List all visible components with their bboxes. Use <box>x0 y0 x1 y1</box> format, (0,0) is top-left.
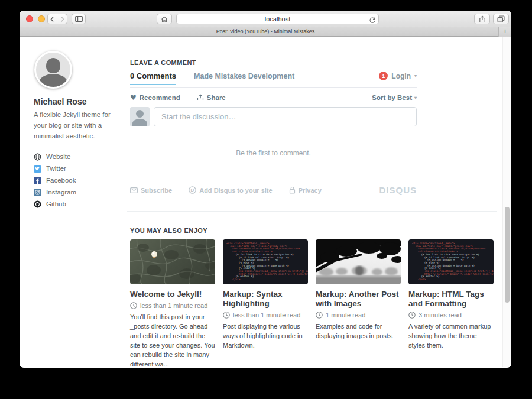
refresh-button[interactable] <box>369 15 376 26</box>
post-meta: less than 1 minute read <box>223 312 308 319</box>
share-comments-button[interactable]: Share <box>197 94 226 101</box>
post-thumbnail-code: <div class="masthead__menu"> <nav id="si… <box>223 239 308 284</box>
author-links: Website Twitter Facebook <box>34 151 119 210</box>
scrollbar-track[interactable] <box>502 37 511 367</box>
post-excerpt: Post displaying the various ways of high… <box>223 322 308 351</box>
post-title[interactable]: Welcome to Jekyll! <box>130 290 215 299</box>
chevron-left-icon <box>50 16 55 22</box>
tab-overview-button[interactable] <box>493 14 509 24</box>
tab-community[interactable]: Made Mistakes Development <box>194 72 294 84</box>
url-text: localhost <box>177 15 378 22</box>
scrollbar-thumb[interactable] <box>505 207 510 303</box>
disqus-divider <box>130 177 417 177</box>
sidebar-item-website[interactable]: Website <box>34 151 119 163</box>
share-arrow-icon <box>197 94 204 101</box>
post-meta: 3 minutes read <box>408 312 494 319</box>
sidebar-item-twitter[interactable]: Twitter <box>34 163 119 174</box>
related-card-markup-html-tags-and-formatting[interactable]: <div class="masthead__menu"> <nav id="si… <box>408 239 494 368</box>
forward-button[interactable] <box>57 14 67 24</box>
login-label: Login <box>391 72 411 80</box>
share-label: Share <box>207 94 226 101</box>
add-disqus-link[interactable]: D Add Disqus to your site <box>189 186 272 194</box>
author-name: Michael Rose <box>34 97 119 106</box>
browser-toolbar: localhost <box>20 11 511 27</box>
read-time: less than 1 minute read <box>233 312 300 319</box>
post-title[interactable]: Markup: Another Post with Images <box>316 290 401 309</box>
post-thumbnail-foggy-tree <box>316 239 401 284</box>
recommend-label: Recommend <box>140 94 180 101</box>
sidebar-link-label: Github <box>46 200 66 207</box>
twitter-icon <box>34 165 41 173</box>
sidebar-item-github[interactable]: Github <box>34 198 119 210</box>
sidebar-link-label: Instagram <box>46 189 76 196</box>
related-card-markup-another-post-with-images[interactable]: Markup: Another Post with Images 1 minut… <box>316 239 401 368</box>
empty-comments-message: Be the first to comment. <box>130 149 417 157</box>
related-section-divider <box>127 211 497 212</box>
address-bar[interactable]: localhost <box>176 14 379 24</box>
post-excerpt: Examples and code for displaying images … <box>316 322 401 341</box>
post-thumbnail-green-texture <box>130 239 215 284</box>
browser-window: localhost Post: Video (YouTube) - Minima… <box>20 11 511 368</box>
comment-input[interactable] <box>154 107 417 126</box>
comment-compose <box>130 107 417 126</box>
sidebar-item-instagram[interactable]: Instagram <box>34 186 119 198</box>
post-excerpt: You'll find this post in your _posts dir… <box>130 313 215 368</box>
close-window-button[interactable] <box>26 15 33 22</box>
notification-badge[interactable]: 1 <box>379 72 388 80</box>
tabs-icon <box>497 15 505 22</box>
sidebar-toggle-button[interactable] <box>72 14 86 24</box>
home-button[interactable] <box>157 14 172 24</box>
commenter-avatar <box>130 107 150 126</box>
clock-icon <box>408 312 416 319</box>
sidebar-link-label: Website <box>46 153 70 160</box>
share-button[interactable] <box>474 14 490 24</box>
sort-menu[interactable]: Sort by Best ▾ <box>372 94 417 101</box>
svg-text:D: D <box>191 187 194 193</box>
clock-icon <box>130 302 137 309</box>
related-card-welcome-to-jekyll[interactable]: Welcome to Jekyll! less than 1 minute re… <box>130 239 215 368</box>
post-meta: less than 1 minute read <box>130 302 215 309</box>
sidebar-icon <box>75 16 83 22</box>
github-icon <box>34 200 41 208</box>
new-tab-button[interactable]: + <box>498 27 511 37</box>
tab-comments-count[interactable]: 0 Comments <box>130 72 176 84</box>
tab-bar: Post: Video (YouTube) - Minimal Mistakes… <box>20 27 511 37</box>
minimize-window-button[interactable] <box>38 15 45 22</box>
related-card-markup-syntax-highlighting[interactable]: <div class="masthead__menu"> <nav id="si… <box>223 239 308 368</box>
post-title[interactable]: Markup: Syntax Highlighting <box>223 290 308 309</box>
post-title[interactable]: Markup: HTML Tags and Formatting <box>408 290 494 309</box>
author-profile: Michael Rose A flexible Jekyll theme for… <box>34 51 119 210</box>
comments-heading: LEAVE A COMMENT <box>130 59 494 66</box>
history-nav-group <box>47 14 67 24</box>
disqus-tab-row: 0 Comments Made Mistakes Development 1 L… <box>130 72 417 88</box>
sidebar-link-label: Facebook <box>46 177 76 184</box>
read-time: 1 minute read <box>326 312 365 319</box>
disqus-logo[interactable]: DISQUS <box>379 185 417 195</box>
post-thumbnail-code: <div class="masthead__menu"> <nav id="si… <box>408 239 494 284</box>
clock-icon <box>223 312 230 319</box>
sort-label: Sort by Best <box>372 94 412 101</box>
post-excerpt: A variety of common markup showing how t… <box>408 322 494 351</box>
chevron-right-icon <box>60 16 65 22</box>
add-disqus-label: Add Disqus to your site <box>199 187 272 194</box>
clock-icon <box>316 312 323 319</box>
chevron-down-icon: ▾ <box>414 95 417 100</box>
back-button[interactable] <box>48 14 57 24</box>
facebook-icon <box>34 177 41 184</box>
login-menu[interactable]: 1 Login ▾ <box>379 72 417 84</box>
heart-icon: ♥ <box>130 94 137 101</box>
sidebar-item-facebook[interactable]: Facebook <box>34 174 119 186</box>
recommend-button[interactable]: ♥ Recommend <box>130 94 180 101</box>
read-time: less than 1 minute read <box>140 302 207 309</box>
lock-icon <box>289 186 296 194</box>
avatar-silhouette <box>46 58 60 73</box>
privacy-link[interactable]: Privacy <box>289 186 322 194</box>
share-icon <box>479 15 486 23</box>
active-tab[interactable]: Post: Video (YouTube) - Minimal Mistakes <box>20 27 511 36</box>
disqus-d-icon: D <box>189 186 196 194</box>
envelope-icon <box>130 187 138 193</box>
subscribe-button[interactable]: Subscribe <box>130 187 172 194</box>
disqus-embed: 0 Comments Made Mistakes Development 1 L… <box>130 72 417 195</box>
disqus-action-row: ♥ Recommend Share Sort by Best ▾ <box>130 93 417 102</box>
refresh-icon <box>369 17 376 24</box>
